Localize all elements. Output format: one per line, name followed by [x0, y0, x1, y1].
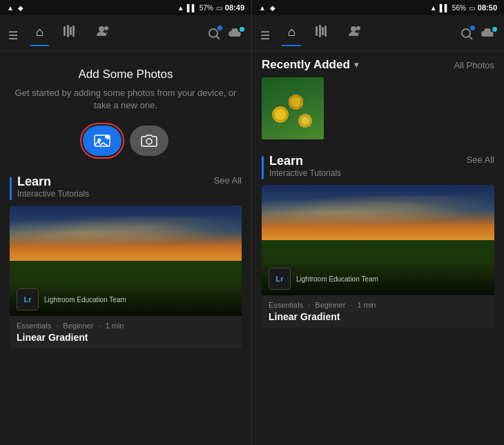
nav-tab-home-right[interactable]: ⌂ — [278, 25, 305, 46]
signal-icon-right: ▌▌ — [440, 4, 449, 12]
library-icon-right — [315, 25, 329, 41]
nav-bar-right: ☰ ⌂ — [252, 15, 504, 51]
cloud-layer — [10, 217, 242, 250]
status-right: ▲ ▌▌ 57% ▭ 08:49 — [177, 3, 244, 12]
wifi-icon: ▲ — [177, 4, 184, 12]
add-photos-buttons: + — [14, 126, 238, 156]
tutorial-info-right: Essentials · Beginner · 1 min Linear Gra… — [262, 295, 494, 328]
signal-icon: ▌▌ — [187, 4, 197, 12]
cloud-icon-right[interactable] — [481, 28, 496, 43]
nav-tab-library-left[interactable] — [53, 25, 86, 46]
tutorial-image-right: Lr Lightroom Education Team — [262, 185, 494, 295]
svg-point-5 — [104, 26, 108, 30]
photo-grid — [252, 77, 504, 139]
android-icon-right: ◆ — [270, 4, 275, 12]
left-content: Add Some Photos Get started by adding so… — [0, 51, 251, 445]
right-screen: ▲ ◆ ▲ ▌▌ 56% ▭ 08:50 ☰ ⌂ — [252, 0, 504, 445]
learn-title-text-left: Learn Interactive Tutorials — [17, 175, 89, 199]
take-photo-button[interactable] — [130, 126, 168, 156]
cloud-layer-right — [262, 196, 494, 229]
battery-percent: 57% — [200, 4, 213, 12]
library-icon-left — [63, 25, 77, 41]
nav-bar-left: ☰ ⌂ — [0, 15, 251, 51]
recently-added-header: Recently Added ▾ All Photos — [252, 51, 504, 77]
add-photos-section: Add Some Photos Get started by adding so… — [0, 51, 251, 167]
learn-section-left: Learn Interactive Tutorials See All Lr L… — [0, 167, 251, 348]
tutorial-author-left: Lightroom Education Team — [44, 296, 126, 304]
svg-rect-1 — [67, 25, 69, 37]
tutorial-author-right: Lightroom Education Team — [296, 275, 378, 283]
nav-tab-people-right[interactable] — [338, 25, 371, 46]
tutorial-title-left: Linear Gradient — [17, 332, 235, 343]
svg-rect-13 — [316, 26, 318, 36]
learn-accent-right — [262, 156, 264, 179]
learn-section-right: Learn Interactive Tutorials See All Lr L… — [252, 146, 504, 328]
learn-header-left: Learn Interactive Tutorials See All — [10, 175, 242, 200]
tutorial-info-left: Essentials · Beginner · 1 min Linear Gra… — [10, 316, 242, 348]
svg-rect-2 — [70, 27, 72, 35]
tutorial-image-left: Lr Lightroom Education Team — [10, 206, 242, 316]
nav-tabs-left: ⌂ — [26, 25, 207, 46]
see-all-left[interactable]: See All — [214, 175, 242, 186]
battery-percent-right: 56% — [452, 4, 466, 12]
svg-rect-15 — [322, 27, 324, 35]
tutorial-meta-left: Essentials · Beginner · 1 min — [17, 322, 235, 330]
tutorial-card-left[interactable]: Lr Lightroom Education Team Essentials ·… — [10, 206, 242, 348]
people-icon-right — [348, 25, 362, 41]
battery-icon: ▭ — [216, 4, 222, 12]
status-time-left: 08:49 — [225, 3, 244, 12]
see-all-right[interactable]: See All — [467, 155, 494, 165]
status-left-icons: ▲ ◆ — [7, 4, 23, 12]
notification-icon-right: ▲ — [259, 4, 266, 12]
nav-tab-library-right[interactable] — [305, 25, 338, 46]
svg-point-4 — [99, 26, 104, 32]
status-bar-left: ▲ ◆ ▲ ▌▌ 57% ▭ 08:49 — [0, 0, 251, 15]
left-screen: ▲ ◆ ▲ ▌▌ 57% ▭ 08:49 ☰ ⌂ — [0, 0, 252, 445]
home-icon-right: ⌂ — [288, 25, 295, 39]
status-right-icons: ▲ ◆ — [259, 4, 275, 12]
home-icon-left: ⌂ — [36, 25, 43, 39]
nav-tab-people-left[interactable] — [86, 25, 119, 46]
search-icon-left[interactable] — [207, 27, 221, 44]
learn-header-right: Learn Interactive Tutorials See All — [262, 155, 494, 179]
recently-added-title[interactable]: Recently Added ▾ — [262, 58, 358, 72]
tutorial-card-right[interactable]: Lr Lightroom Education Team Essentials ·… — [262, 185, 494, 328]
status-right-right: ▲ ▌▌ 56% ▭ 08:50 — [430, 3, 497, 12]
add-photos-title: Add Some Photos — [14, 68, 238, 81]
people-icon-left — [96, 25, 110, 41]
recently-chevron: ▾ — [354, 60, 358, 70]
hamburger-menu-right[interactable]: ☰ — [260, 29, 270, 42]
nav-tabs-right: ⌂ — [278, 25, 460, 46]
android-icon: ◆ — [18, 4, 23, 12]
nav-tab-home-left[interactable]: ⌂ — [26, 25, 53, 46]
battery-icon-right: ▭ — [469, 4, 475, 12]
learn-accent-left — [10, 177, 12, 200]
photo-thumbnail[interactable] — [262, 77, 324, 139]
wifi-icon-right: ▲ — [430, 4, 437, 12]
hamburger-menu-left[interactable]: ☰ — [8, 29, 18, 42]
svg-point-18 — [356, 26, 360, 30]
lr-badge-right: Lr — [269, 268, 291, 290]
svg-rect-14 — [319, 25, 321, 37]
add-photos-desc: Get started by adding some photos from y… — [14, 87, 238, 112]
tutorial-overlay-left: Lr Lightroom Education Team — [10, 283, 242, 316]
svg-rect-16 — [324, 26, 327, 37]
flower-image — [262, 77, 324, 139]
cloud-icon-left[interactable] — [228, 28, 243, 43]
tutorial-overlay-right: Lr Lightroom Education Team — [262, 262, 494, 295]
search-icon-right[interactable] — [460, 27, 474, 44]
svg-rect-3 — [72, 26, 75, 37]
status-bar-right: ▲ ◆ ▲ ▌▌ 56% ▭ 08:50 — [252, 0, 504, 15]
nav-actions-right — [460, 27, 496, 44]
learn-title-text-right: Learn Interactive Tutorials — [269, 155, 341, 178]
learn-title-block-left: Learn Interactive Tutorials — [10, 175, 89, 200]
svg-point-12 — [146, 139, 152, 144]
add-from-gallery-button[interactable]: + — [83, 126, 122, 156]
svg-text:+: + — [106, 136, 108, 140]
notification-icon: ▲ — [7, 4, 14, 12]
status-time-right: 08:50 — [478, 3, 497, 12]
svg-line-20 — [469, 36, 472, 39]
learn-title-block-right: Learn Interactive Tutorials — [262, 155, 341, 179]
all-photos-link[interactable]: All Photos — [454, 60, 494, 70]
right-content: Recently Added ▾ All Photos Learn Intera… — [252, 51, 504, 445]
